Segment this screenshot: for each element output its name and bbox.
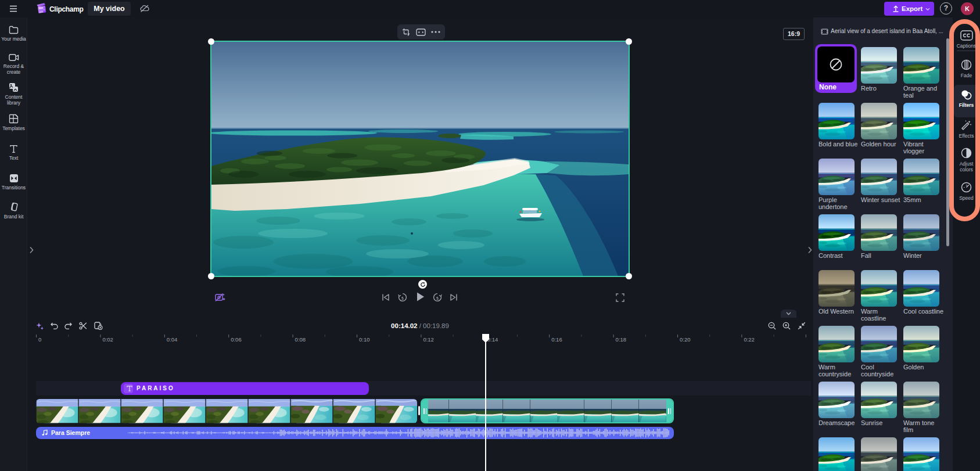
svg-text:0:06: 0:06 [231, 336, 242, 343]
svg-text:0:20: 0:20 [680, 336, 691, 343]
svg-text:0:08: 0:08 [295, 336, 306, 343]
svg-text:0:10: 0:10 [359, 336, 370, 343]
svg-text:0:22: 0:22 [744, 336, 755, 343]
svg-text:0:04: 0:04 [167, 336, 178, 343]
svg-text:0:18: 0:18 [616, 336, 627, 343]
svg-text:0: 0 [38, 336, 41, 343]
svg-text:0:02: 0:02 [102, 336, 113, 343]
svg-text:0:16: 0:16 [551, 336, 562, 343]
svg-text:0:12: 0:12 [423, 336, 434, 343]
